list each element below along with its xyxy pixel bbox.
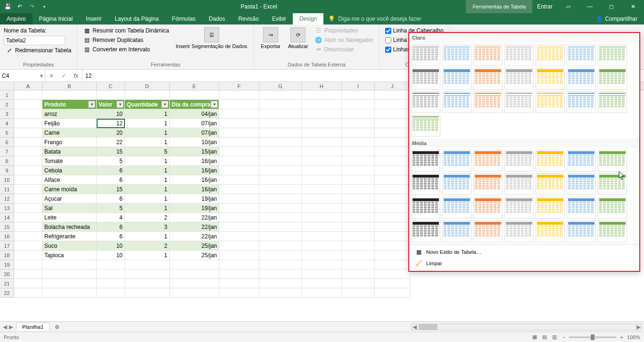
cell[interactable] — [259, 260, 302, 269]
cell[interactable] — [219, 260, 259, 269]
cell[interactable]: 07/jan — [170, 119, 219, 128]
cell[interactable] — [259, 279, 302, 288]
table-style-swatch[interactable] — [473, 173, 503, 195]
cell[interactable] — [219, 185, 259, 194]
cell[interactable] — [219, 175, 259, 185]
cell[interactable]: arroz — [42, 109, 97, 119]
cell[interactable] — [219, 269, 259, 279]
insert-slicer-button[interactable]: ☰ Inserir Segmentação de Dados — [173, 26, 250, 61]
cell[interactable] — [259, 288, 302, 298]
save-icon[interactable]: 💾 — [2, 1, 13, 12]
cell[interactable] — [375, 279, 410, 288]
close-icon[interactable]: ✕ — [622, 0, 644, 13]
cell[interactable] — [14, 185, 42, 194]
ribbon-display-icon[interactable]: ▱ — [557, 0, 579, 13]
col-header-I[interactable]: I — [342, 82, 375, 90]
cell[interactable]: Leite — [42, 213, 97, 222]
cell[interactable] — [125, 260, 170, 269]
table-style-swatch[interactable] — [598, 197, 627, 219]
cell[interactable] — [125, 279, 170, 288]
cell[interactable] — [219, 138, 259, 147]
sheet-tab[interactable]: Planilha1 — [16, 323, 50, 331]
cell[interactable] — [14, 175, 42, 185]
scroll-left-icon[interactable]: ◀ — [412, 324, 418, 330]
cell[interactable] — [259, 185, 302, 194]
table-style-swatch[interactable] — [536, 91, 565, 113]
cell[interactable] — [342, 119, 375, 128]
clear-style-button[interactable]: 🧹Limpar — [411, 258, 637, 269]
cell[interactable]: Bolacha recheada — [42, 222, 97, 232]
cell[interactable]: 07/jan — [170, 128, 219, 138]
table-style-swatch[interactable] — [411, 220, 440, 242]
cell[interactable] — [219, 128, 259, 138]
sheet-prev-icon[interactable]: ◀ — [3, 324, 7, 330]
table-style-swatch[interactable] — [504, 150, 534, 171]
cell[interactable] — [375, 109, 410, 119]
table-style-swatch[interactable] — [473, 150, 503, 171]
cell[interactable] — [170, 269, 219, 279]
cell[interactable] — [97, 260, 125, 269]
cell[interactable] — [14, 194, 42, 204]
cell[interactable] — [342, 251, 375, 260]
remove-duplicates-button[interactable]: ▤Remover Duplicatas — [81, 36, 171, 44]
cell[interactable] — [342, 213, 375, 222]
refresh-button[interactable]: ⟳ Atualizar — [285, 26, 311, 61]
col-header-E[interactable]: E — [170, 82, 219, 90]
filter-icon[interactable]: ▾ — [161, 101, 168, 108]
cell[interactable]: Refrigerante — [42, 232, 97, 241]
cell[interactable]: 16/jan — [170, 175, 219, 185]
cell[interactable] — [125, 269, 170, 279]
row-header[interactable]: 3 — [0, 109, 14, 119]
cell[interactable] — [14, 100, 42, 109]
total-row-checkbox[interactable] — [385, 37, 391, 43]
page-layout-view-icon[interactable]: ▤ — [540, 334, 549, 340]
cell[interactable] — [342, 194, 375, 204]
cell[interactable] — [259, 251, 302, 260]
cell[interactable] — [302, 90, 342, 100]
row-header[interactable]: 22 — [0, 288, 14, 298]
table-style-swatch[interactable] — [442, 44, 471, 66]
name-box-dropdown-icon[interactable]: ▾ — [40, 73, 43, 79]
table-style-swatch[interactable] — [536, 150, 565, 171]
cell[interactable]: Carne — [42, 128, 97, 138]
cancel-icon[interactable]: ✕ — [45, 70, 58, 81]
convert-range-button[interactable]: ▥Converter em Intervalo — [81, 45, 171, 54]
tab-home[interactable]: Página Inicial — [33, 13, 79, 24]
select-all-corner[interactable] — [0, 82, 14, 90]
cell[interactable] — [342, 138, 375, 147]
cell[interactable] — [302, 147, 342, 156]
col-header-D[interactable]: D — [125, 82, 170, 90]
table-style-swatch[interactable] — [567, 44, 596, 66]
cell[interactable] — [375, 232, 410, 241]
cell[interactable] — [14, 260, 42, 269]
table-style-swatch[interactable] — [411, 173, 440, 195]
cell[interactable] — [375, 213, 410, 222]
cell[interactable] — [259, 138, 302, 147]
cell[interactable] — [42, 260, 97, 269]
cell[interactable] — [14, 90, 42, 100]
col-header-H[interactable]: H — [302, 82, 342, 90]
cell[interactable]: 6 — [97, 175, 125, 185]
cell[interactable]: 22 — [97, 138, 125, 147]
signin-button[interactable]: Entrar — [532, 0, 557, 13]
table-style-swatch[interactable] — [442, 220, 471, 242]
cell[interactable]: 25/jan — [170, 241, 219, 251]
tab-design[interactable]: Design — [293, 13, 323, 24]
cell[interactable] — [170, 279, 219, 288]
table-style-swatch[interactable] — [504, 173, 534, 195]
row-header[interactable]: 12 — [0, 194, 14, 204]
col-header-F[interactable]: F — [219, 82, 259, 90]
undo-icon[interactable]: ↶ — [14, 1, 25, 12]
fx-icon[interactable]: fx — [70, 70, 82, 81]
table-style-swatch[interactable] — [536, 173, 565, 195]
cell[interactable] — [302, 232, 342, 241]
cell[interactable] — [375, 260, 410, 269]
table-style-swatch[interactable] — [598, 44, 627, 66]
cell[interactable] — [375, 204, 410, 213]
cell[interactable] — [342, 260, 375, 269]
cell[interactable] — [342, 279, 375, 288]
qat-dropdown-icon[interactable]: ▾ — [39, 1, 50, 12]
cell[interactable] — [219, 288, 259, 298]
table-style-swatch[interactable] — [567, 173, 596, 195]
cell[interactable] — [342, 175, 375, 185]
